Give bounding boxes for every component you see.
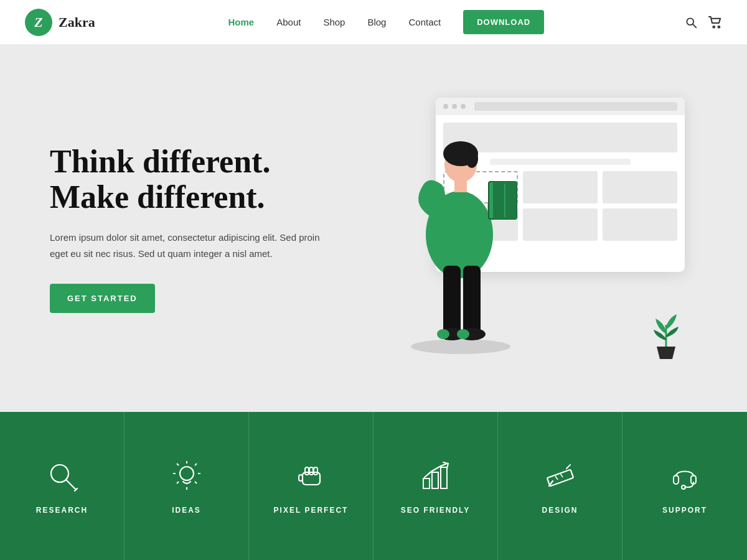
svg-line-21 bbox=[66, 480, 76, 490]
support-icon bbox=[666, 457, 703, 495]
svg-rect-12 bbox=[443, 266, 461, 334]
feature-design[interactable]: DESIGN bbox=[498, 412, 622, 560]
svg-point-2 bbox=[713, 26, 715, 27]
download-button[interactable]: DOWNLOAD bbox=[463, 10, 544, 34]
nav-blog[interactable]: Blog bbox=[367, 17, 386, 27]
svg-rect-8 bbox=[454, 180, 467, 192]
pixel-perfect-label: PIXEL PERFECT bbox=[274, 506, 349, 515]
svg-line-29 bbox=[195, 464, 197, 465]
ideas-label: IDEAS bbox=[172, 506, 201, 515]
research-icon bbox=[44, 457, 81, 495]
hero-illustration bbox=[361, 79, 722, 378]
nav-shop[interactable]: Shop bbox=[323, 17, 345, 27]
svg-line-44 bbox=[560, 474, 563, 477]
svg-point-16 bbox=[437, 329, 449, 339]
seo-friendly-label: SEO FRIENDLY bbox=[401, 506, 471, 515]
hero-text: Think different. Make different. Lorem i… bbox=[50, 144, 336, 313]
hero-description: Lorem ipsum dolor sit amet, consectetur … bbox=[50, 230, 336, 261]
nav-about[interactable]: About bbox=[276, 17, 301, 27]
feature-seo-friendly[interactable]: SEO FRIENDLY bbox=[374, 412, 498, 560]
feature-pixel-perfect[interactable]: PIXEL PERFECT bbox=[249, 412, 374, 560]
svg-line-31 bbox=[195, 482, 197, 483]
cart-icon bbox=[708, 16, 722, 29]
svg-line-42 bbox=[566, 465, 570, 469]
svg-line-1 bbox=[693, 24, 696, 27]
search-button[interactable] bbox=[685, 16, 697, 29]
pixel-perfect-icon bbox=[293, 457, 330, 495]
design-icon bbox=[542, 457, 579, 495]
logo-area[interactable]: Z Zakra bbox=[25, 9, 95, 36]
svg-point-17 bbox=[457, 329, 469, 339]
header-icons bbox=[685, 16, 722, 29]
get-started-button[interactable]: GET STARTED bbox=[50, 284, 155, 313]
support-label: SUPPORT bbox=[662, 506, 707, 515]
hero-title: Think different. Make different. bbox=[50, 144, 336, 215]
svg-point-47 bbox=[682, 485, 685, 489]
svg-rect-38 bbox=[432, 472, 438, 488]
svg-line-28 bbox=[177, 464, 179, 465]
svg-line-30 bbox=[177, 482, 179, 483]
svg-rect-37 bbox=[423, 478, 430, 488]
svg-rect-35 bbox=[314, 467, 317, 475]
features-section: RESEARCH IDEAS bbox=[0, 412, 747, 560]
brand-name: Zakra bbox=[59, 14, 95, 30]
svg-rect-39 bbox=[441, 467, 447, 488]
header: Z Zakra Home About Shop Blog Contact DOW… bbox=[0, 0, 747, 45]
svg-point-6 bbox=[466, 149, 478, 168]
svg-point-18 bbox=[411, 339, 510, 354]
cart-button[interactable] bbox=[708, 16, 722, 29]
svg-rect-34 bbox=[309, 467, 313, 475]
svg-point-3 bbox=[718, 26, 720, 27]
svg-rect-33 bbox=[305, 467, 309, 475]
nav-contact[interactable]: Contact bbox=[408, 17, 441, 27]
svg-rect-13 bbox=[463, 266, 481, 334]
feature-ideas[interactable]: IDEAS bbox=[125, 412, 249, 560]
svg-line-43 bbox=[555, 476, 558, 480]
feature-support[interactable]: SUPPORT bbox=[622, 412, 747, 560]
logo-icon: Z bbox=[25, 9, 52, 36]
ideas-icon bbox=[168, 457, 205, 495]
feature-research[interactable]: RESEARCH bbox=[0, 412, 125, 560]
hero-section: Think different. Make different. Lorem i… bbox=[0, 45, 747, 412]
svg-rect-36 bbox=[299, 475, 303, 481]
nav-home[interactable]: Home bbox=[228, 17, 255, 27]
person-illustration bbox=[392, 135, 535, 359]
main-nav: Home About Shop Blog Contact DOWNLOAD bbox=[228, 10, 545, 34]
research-label: RESEARCH bbox=[36, 506, 88, 515]
search-icon bbox=[685, 16, 697, 29]
svg-point-23 bbox=[180, 467, 194, 480]
plant-illustration bbox=[644, 306, 688, 362]
design-label: DESIGN bbox=[542, 506, 578, 515]
seo-friendly-icon bbox=[417, 457, 454, 495]
